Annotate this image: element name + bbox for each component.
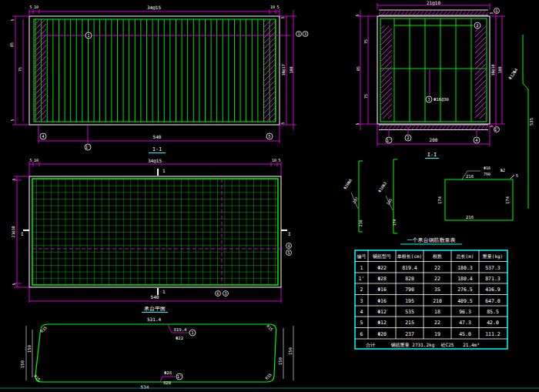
dim-text: 180 bbox=[289, 66, 293, 73]
table-cell: 210 bbox=[433, 298, 442, 304]
dim-text: 5 bbox=[10, 119, 15, 121]
dim-text: 10 bbox=[272, 158, 276, 162]
dim-text: 75 bbox=[18, 67, 22, 72]
dim-text: 5 bbox=[12, 178, 16, 180]
dim-text: 200 bbox=[430, 137, 438, 142]
stirrup2-dim-bottom: 216 bbox=[466, 215, 474, 219]
rebar-quantity-table: 一个承台钢筋数量表 编号 钢筋型号 单根长(cm) 根数 总长(m) 重量(kg… bbox=[355, 237, 507, 349]
bar1p-length-text: 820 bbox=[163, 380, 171, 385]
table-cell: 45.0 bbox=[459, 331, 471, 337]
table-cell: 6 bbox=[360, 331, 363, 337]
section-mark-1-bottom: 1 bbox=[162, 289, 166, 294]
elevation-bar-label-right-1: 1 bbox=[296, 32, 302, 37]
dim-text: 75 bbox=[363, 39, 368, 44]
bar6-detail: Φ20№6 237 216 bbox=[343, 161, 363, 232]
plan-bar-label-4: 4 bbox=[286, 243, 292, 249]
stirrup2-shape bbox=[445, 179, 513, 220]
table-header-cell: 根数 bbox=[433, 253, 442, 259]
table-cell: 35 bbox=[434, 286, 440, 293]
bar4-detail: Φ12№4 535 bbox=[507, 35, 534, 209]
plan-dim-bottom: 540 bbox=[29, 287, 281, 303]
stirrup2-hook-tick bbox=[511, 175, 514, 179]
section-bar-label-bottom-right: 1' bbox=[494, 127, 500, 132]
table-cell: 96.3 bbox=[459, 309, 471, 315]
table-cell: 42.0 bbox=[487, 320, 499, 326]
dim-text: 5 bbox=[12, 283, 16, 285]
bar1-dia-text: Φ22 bbox=[176, 336, 183, 340]
svg-text:1': 1' bbox=[387, 138, 392, 142]
table-row: 6 Φ20 237 19 45.0 111.2 bbox=[360, 331, 500, 337]
summary-concrete-grade: 砼C25 bbox=[441, 342, 454, 348]
section-rebar-lines bbox=[380, 18, 487, 122]
section-bar-label-2: 2 bbox=[474, 22, 480, 28]
elevation-dim-top: 5 10 34@15 10 5 bbox=[29, 5, 280, 16]
table-cell: 871.3 bbox=[485, 276, 500, 282]
dim-text: 10 bbox=[34, 158, 38, 162]
section-bar-label-bottom-4: 4 bbox=[474, 137, 480, 143]
bar3-detail: Φ16№3 195 174 bbox=[377, 159, 397, 233]
section-left-hatch bbox=[381, 26, 392, 119]
table-cell: 237 bbox=[405, 331, 414, 337]
table-cell: 4 bbox=[360, 309, 363, 315]
bar1p-dia-text: Φ28 bbox=[164, 370, 172, 375]
svg-text:6: 6 bbox=[216, 291, 219, 296]
bar4-shape bbox=[523, 35, 528, 209]
table-cell: 2 bbox=[360, 286, 363, 293]
table-cell: Φ28 bbox=[377, 276, 387, 282]
table-row: 5 Φ12 215 22 47.3 42.0 bbox=[360, 320, 499, 326]
table-cell: 436.9 bbox=[485, 286, 500, 293]
section-bar-label-3: 3 bbox=[426, 96, 432, 102]
plan-dim-top: 5 10 34@15 10 5 bbox=[29, 158, 281, 176]
dim-text: 180 bbox=[497, 66, 502, 73]
table-header-cell: 重量(kg) bbox=[482, 253, 503, 260]
dim-text: 10 bbox=[270, 5, 275, 9]
table-cell: 820 bbox=[405, 276, 414, 282]
table-cell: 22 bbox=[434, 320, 440, 326]
section-bar-label-top-right: 1 bbox=[494, 8, 500, 14]
svg-text:5: 5 bbox=[287, 250, 290, 255]
dim-text: 150 bbox=[20, 360, 25, 368]
svg-text:1: 1 bbox=[87, 33, 89, 38]
table-cell: 5 bbox=[360, 320, 363, 326]
bar6-side-text: 216 bbox=[358, 219, 363, 226]
table-cell: 535 bbox=[405, 309, 414, 315]
svg-text:2: 2 bbox=[476, 23, 478, 28]
table-cell: 195 bbox=[405, 298, 414, 304]
stirrup2-hook-text: 5 bbox=[516, 173, 518, 178]
section-dim-right: 10@18 180 5 5 bbox=[489, 10, 505, 130]
elevation-dim-left: 5 85 75 5 bbox=[9, 16, 29, 125]
table-cell: 1 bbox=[360, 265, 363, 271]
stirrup2-dim-left: 174 bbox=[437, 196, 442, 204]
svg-text:3: 3 bbox=[304, 32, 306, 36]
plan-bar-label-5: 5 bbox=[286, 250, 292, 256]
svg-text:3: 3 bbox=[224, 291, 226, 296]
svg-text:3: 3 bbox=[427, 97, 430, 102]
bar-shape-outline bbox=[35, 324, 276, 382]
section-right-hatch bbox=[475, 26, 486, 119]
dim-text: 75 bbox=[363, 94, 368, 99]
stirrup2-dia-text: Φ16 bbox=[484, 166, 490, 170]
corner-radius-text: R15 bbox=[39, 325, 48, 333]
table-cell: 85.5 bbox=[487, 309, 499, 315]
dim-text: 5 bbox=[355, 14, 360, 16]
dim-text: 34@15 bbox=[147, 5, 161, 10]
table-cell: 19 bbox=[434, 331, 440, 337]
table-cell: Φ16 bbox=[377, 286, 387, 293]
table-cell: 790 bbox=[405, 286, 414, 293]
table-header-cell: 总长(m) bbox=[456, 253, 474, 259]
dim-text: 5 bbox=[278, 158, 280, 162]
dim-text: 5 bbox=[29, 158, 32, 162]
corner-radius-text: R15 bbox=[264, 372, 273, 380]
table-header-cell: 编号 bbox=[357, 253, 367, 259]
bar3-spec-text: Φ16№3 bbox=[377, 181, 388, 193]
plan-rebar-grid bbox=[32, 179, 278, 285]
svg-text:1: 1 bbox=[297, 32, 300, 36]
summary-rebar-weight: 钢筋重量 2731.2kg bbox=[390, 342, 435, 348]
elevation-title: 1-1 bbox=[152, 146, 162, 152]
bar6-spec-text: Φ20№6 bbox=[343, 178, 353, 190]
stirrup2-dim-right: 174 bbox=[505, 196, 510, 204]
table-cell: 409.5 bbox=[457, 298, 473, 304]
section-inner-rebar-frame bbox=[380, 18, 487, 122]
bar4-length-text: 535 bbox=[529, 118, 534, 126]
plan-title: 承台平面 bbox=[144, 306, 166, 312]
